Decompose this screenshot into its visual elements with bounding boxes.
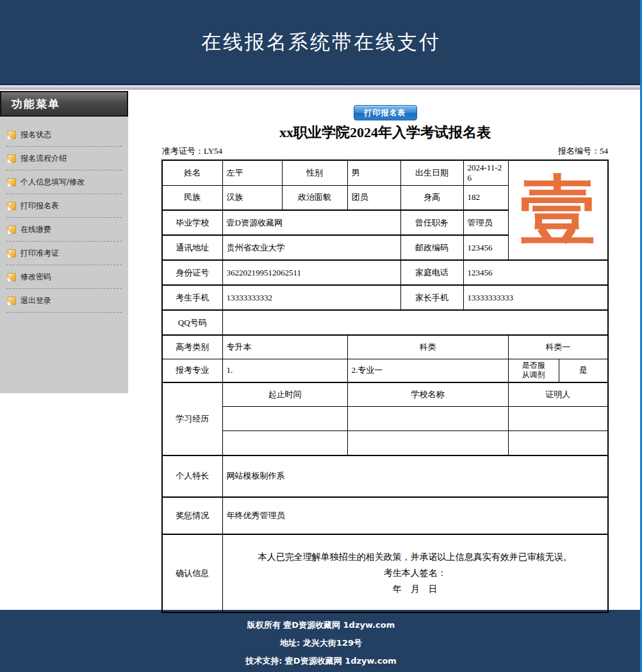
experience-time-cell [222, 431, 347, 455]
birth-date-value: 2024-11-26 [463, 160, 508, 185]
applied-major-2-value: 2.专业一 [347, 359, 508, 382]
site-title: 在线报名系统带在线支付 [201, 29, 441, 56]
applied-major-1-value: 1. [222, 359, 347, 382]
exam-category-label: 高考类别 [162, 335, 222, 359]
political-status-value: 团员 [347, 185, 400, 210]
former-duty-value: 管理员 [463, 210, 508, 235]
experience-school-header: 学校名称 [347, 382, 508, 407]
experience-witness-cell [508, 431, 608, 455]
form-title: xx职业学院2024年入学考试报名表 [128, 123, 642, 142]
table-row: 报考专业 1. 2.专业一 是否服 从调剂 是 [162, 359, 608, 382]
note-icon [8, 273, 16, 281]
height-label: 身高 [400, 185, 463, 210]
graduation-school-label: 毕业学校 [162, 210, 222, 235]
id-number-label: 身份证号 [162, 260, 222, 285]
awards-punishments-value: 年终优秀管理员 [222, 497, 608, 534]
confirmation-label: 确认信息 [162, 534, 222, 612]
obey-adjustment-value: 是 [559, 359, 608, 382]
personal-specialty-label: 个人特长 [162, 455, 222, 497]
awards-punishments-label: 奖惩情况 [162, 497, 222, 534]
gender-label: 性别 [282, 160, 347, 185]
experience-school-cell [347, 407, 508, 431]
sidebar-item-process-intro[interactable]: 报名流程介绍 [6, 147, 122, 170]
sidebar-item-label: 修改密码 [21, 272, 51, 283]
header-divider-silver [0, 85, 642, 90]
exam-category-value: 专升本 [222, 335, 347, 359]
graduation-school-value: 壹D资源收藏网 [222, 210, 400, 235]
sidebar-item-logout[interactable]: 退出登录 [6, 289, 122, 313]
registration-number: 报名编号：54 [558, 145, 608, 157]
sidebar-menu-header: 功能菜单 [0, 91, 128, 117]
footer-address: 地址: 龙兴大街129号 [0, 634, 642, 652]
sidebar-item-personal-info[interactable]: 个人信息填写/修改 [6, 170, 122, 194]
confirmation-statement: 本人已完全理解单独招生的相关政策，并承诺以上信息真实有效并已审核无误。 [227, 552, 604, 563]
table-row [162, 431, 608, 455]
student-mobile-value: 13333333332 [222, 285, 400, 310]
parent-mobile-label: 家长手机 [400, 285, 463, 310]
form-info-row: 准考证号：LY54 报名编号：54 [162, 145, 608, 157]
experience-time-cell [222, 407, 347, 431]
mailing-address-value: 贵州省农业大学 [222, 235, 400, 260]
gender-value: 男 [347, 160, 400, 185]
ethnicity-label: 民族 [162, 185, 222, 210]
sidebar-menu-list: 报名状态 报名流程介绍 个人信息填写/修改 打印报名表 在线缴费 [0, 117, 128, 313]
sidebar-item-online-payment[interactable]: 在线缴费 [6, 218, 122, 242]
table-row: 确认信息 本人已完全理解单独招生的相关政策，并承诺以上信息真实有效并已审核无误。… [162, 534, 608, 612]
sidebar-item-label: 打印报名表 [21, 201, 59, 211]
print-form-button[interactable]: 打印报名表 [354, 105, 417, 120]
note-icon [8, 131, 16, 139]
sidebar-item-label: 打印准考证 [21, 248, 59, 259]
personal-specialty-value: 网站模板制作系 [222, 455, 608, 497]
site-footer: 版权所有 壹D资源收藏网 1dzyw.com 地址: 龙兴大街129号 技术支持… [0, 610, 642, 672]
birth-date-label: 出生日期 [400, 160, 463, 185]
table-row: QQ号码 [162, 310, 608, 335]
subject-class-label: 科类 [347, 335, 508, 359]
id-number-value: 362202199512062511 [222, 260, 400, 285]
parent-mobile-value: 13333333333 [463, 285, 608, 310]
applied-major-label: 报考专业 [162, 359, 222, 382]
note-icon [8, 297, 16, 305]
name-value: 左平 [222, 160, 282, 185]
note-icon [8, 202, 16, 210]
page: 在线报名系统带在线支付 功能菜单 报名状态 报名流程介绍 个人信息填写/修改 [0, 0, 642, 672]
sidebar-item-label: 报名流程介绍 [21, 153, 67, 164]
former-duty-label: 曾任职务 [400, 210, 463, 235]
table-row: 身份证号 362202199512062511 家庭电话 123456 [162, 260, 608, 285]
subject-class-value: 科类一 [508, 335, 608, 359]
student-mobile-label: 考生手机 [162, 285, 222, 310]
confirmation-signature-label: 考生本人签名： [227, 568, 604, 579]
table-row: 姓名 左平 性别 男 出生日期 2024-11-26 壹 [162, 160, 608, 185]
table-row [162, 407, 608, 431]
study-experience-label: 学习经历 [162, 382, 222, 455]
sidebar-item-label: 退出登录 [21, 295, 51, 306]
note-icon [8, 249, 16, 258]
sidebar: 功能菜单 报名状态 报名流程介绍 个人信息填写/修改 打印报名表 [0, 91, 128, 393]
sidebar-menu-title: 功能菜单 [12, 97, 60, 111]
admission-ticket-number: 准考证号：LY54 [162, 145, 222, 157]
experience-witness-header: 证明人 [508, 382, 608, 407]
confirmation-date-line: 年 月 日 [227, 584, 604, 595]
note-icon [8, 178, 16, 186]
content-area: 功能菜单 报名状态 报名流程介绍 个人信息填写/修改 打印报名表 [0, 90, 642, 610]
political-status-label: 政治面貌 [282, 185, 347, 210]
qq-number-label: QQ号码 [162, 310, 222, 335]
table-row: 学习经历 起止时间 学校名称 证明人 [162, 382, 608, 407]
sidebar-item-print-admission-ticket[interactable]: 打印准考证 [6, 242, 122, 265]
footer-copyright: 版权所有 壹D资源收藏网 1dzyw.com [0, 616, 642, 634]
obey-adjustment-label: 是否服 从调剂 [508, 359, 559, 382]
table-row: 奖惩情况 年终优秀管理员 [162, 497, 608, 534]
site-header: 在线报名系统带在线支付 [0, 0, 642, 84]
sidebar-item-print-form[interactable]: 打印报名表 [6, 194, 122, 218]
height-value: 182 [463, 185, 508, 210]
confirmation-cell: 本人已完全理解单独招生的相关政策，并承诺以上信息真实有效并已审核无误。 考生本人… [222, 534, 608, 612]
note-icon [8, 225, 16, 234]
sidebar-item-registration-status[interactable]: 报名状态 [6, 123, 122, 147]
sidebar-item-change-password[interactable]: 修改密码 [6, 265, 122, 289]
main-panel: 打印报名表 xx职业学院2024年入学考试报名表 准考证号：LY54 报名编号：… [128, 90, 642, 613]
experience-time-header: 起止时间 [222, 382, 347, 407]
zip-code-value: 123456 [463, 235, 508, 260]
qq-number-value [222, 310, 608, 335]
photo-placeholder-glyph: 壹 [520, 166, 596, 254]
note-icon [8, 154, 16, 163]
name-label: 姓名 [162, 160, 222, 185]
